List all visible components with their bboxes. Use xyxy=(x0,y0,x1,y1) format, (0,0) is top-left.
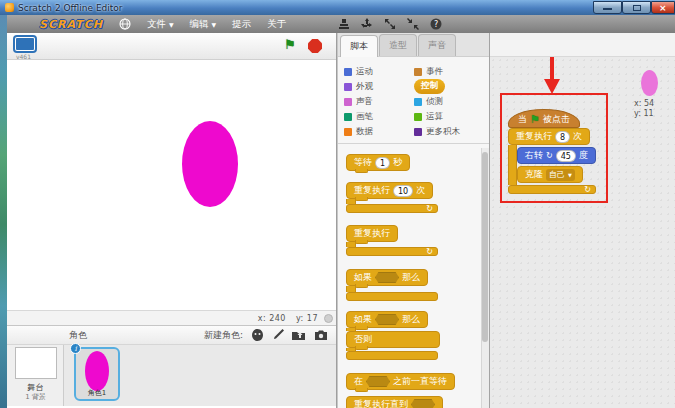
block-if-else[interactable]: 如果那么 否则 xyxy=(346,311,440,360)
clone-target-dropdown[interactable]: 自己 ▼ xyxy=(546,169,575,181)
script-stack: 当 ⚑ 被点击 重复执行8次 右转 ↻ 45 度 xyxy=(508,109,596,194)
stage-footer: x: 240 y: 17 xyxy=(7,310,336,325)
repeat-times-input[interactable]: 10 xyxy=(393,185,413,197)
sprite-thumbnail xyxy=(85,351,109,391)
more-blocks-swatch xyxy=(414,128,422,136)
pen-swatch xyxy=(344,113,352,121)
menu-tips[interactable]: 提示 xyxy=(232,18,251,31)
duplicate-stamp-icon[interactable] xyxy=(338,18,350,30)
menu-about[interactable]: 关于 xyxy=(267,18,286,31)
loop-arrow-icon: ↻ xyxy=(426,205,433,213)
category-pen[interactable]: 画笔 xyxy=(344,109,414,124)
minimize-button[interactable] xyxy=(593,1,622,14)
category-list: 运动 事件 外观 控制 声音 侦测 画笔 运算 数据 更多积木 xyxy=(338,57,489,144)
sprite-card-sprite1[interactable]: i 角色1 xyxy=(74,347,120,401)
turn-degrees-input[interactable]: 45 xyxy=(556,150,576,162)
sprite-info-icon[interactable]: i xyxy=(70,343,81,354)
window-title: Scratch 2 Offline Editor xyxy=(18,3,123,13)
category-looks[interactable]: 外观 xyxy=(344,79,414,94)
close-button[interactable]: × xyxy=(651,1,675,14)
boolean-slot[interactable] xyxy=(366,376,390,387)
category-sensing[interactable]: 侦测 xyxy=(414,94,490,109)
block-repeat-until[interactable]: 重复执行直到 ↻ xyxy=(346,396,443,408)
block-help-icon[interactable]: ? xyxy=(430,18,442,30)
app-icon xyxy=(5,3,14,12)
motion-swatch xyxy=(344,68,352,76)
stop-button[interactable] xyxy=(308,39,322,53)
scratch-logo: SCRATCH xyxy=(39,18,103,31)
sprites-list: 舞台 1 背景 i 角色1 xyxy=(7,345,336,406)
repeat-times-input[interactable]: 8 xyxy=(555,131,570,143)
shrink-sprite-icon[interactable] xyxy=(407,18,419,30)
sprites-title: 角色 xyxy=(69,329,87,342)
version-label: v461 xyxy=(16,53,31,60)
category-events[interactable]: 事件 xyxy=(414,64,490,79)
scripts-panel: x: 54 y: 11 当 ⚑ 被点击 重复执行8次 右转 ↻ xyxy=(490,33,675,408)
block-if[interactable]: 如果那么 xyxy=(346,269,438,301)
turn-clockwise-icon: ↻ xyxy=(546,152,553,160)
category-control[interactable]: 控制 xyxy=(414,79,490,94)
upload-sprite-icon[interactable] xyxy=(292,329,306,341)
scripts-top-band xyxy=(490,33,675,57)
loop-arrow-icon: ↻ xyxy=(426,248,433,256)
chevron-down-icon: ▼ xyxy=(212,21,217,28)
category-sound[interactable]: 声音 xyxy=(344,94,414,109)
stage-thumbnail[interactable] xyxy=(15,347,57,379)
mouse-x-readout: x: 240 xyxy=(258,314,286,323)
block-when-flag-clicked[interactable]: 当 ⚑ 被点击 xyxy=(508,109,580,128)
boolean-slot[interactable] xyxy=(375,314,399,325)
block-turn-right-45[interactable]: 右转 ↻ 45 度 xyxy=(517,147,596,164)
green-flag-button[interactable]: ⚑ xyxy=(284,37,296,52)
paint-new-sprite-icon[interactable] xyxy=(272,329,284,341)
chevron-down-icon: ▼ xyxy=(169,21,174,28)
sprite-y-readout: y: 11 xyxy=(634,109,654,118)
sprite-name: 角色1 xyxy=(76,388,118,398)
blocks-palette-panel: 脚本 造型 声音 运动 事件 外观 控制 声音 侦测 画笔 运算 数据 更多积木… xyxy=(337,33,490,408)
control-selected-pill: 控制 xyxy=(414,79,445,94)
palette-scrollbar-thumb[interactable] xyxy=(482,152,488,342)
mouse-y-readout: y: 17 xyxy=(296,314,318,323)
boolean-slot[interactable] xyxy=(411,399,435,408)
delete-icon[interactable] xyxy=(361,18,373,30)
wait-secs-input[interactable]: 1 xyxy=(375,157,390,169)
block-repeat[interactable]: 重复执行10次 ↻ xyxy=(346,182,438,213)
loop-arrow-icon: ↻ xyxy=(584,186,591,194)
block-repeat-8[interactable]: 重复执行8次 右转 ↻ 45 度 克隆 自己 xyxy=(508,128,596,194)
block-forever[interactable]: 重复执行 ↻ xyxy=(346,225,438,256)
language-globe-icon[interactable] xyxy=(119,18,131,30)
sensing-swatch xyxy=(414,98,422,106)
menu-file[interactable]: 文件▼ xyxy=(147,18,174,31)
new-sprite-library-icon[interactable] xyxy=(251,329,264,341)
backdrop-count: 1 背景 xyxy=(7,392,64,402)
boolean-slot[interactable] xyxy=(375,272,399,283)
category-operators[interactable]: 运算 xyxy=(414,109,490,124)
camera-sprite-icon[interactable] xyxy=(314,330,328,341)
menu-bar: SCRATCH 文件▼ 编辑▼ 提示 关于 ? xyxy=(7,15,675,33)
menu-edit[interactable]: 编辑▼ xyxy=(190,18,217,31)
block-wait-until[interactable]: 在之前一直等待 xyxy=(346,373,455,390)
block-wait[interactable]: 等待1秒 xyxy=(346,154,410,171)
stage-panel: v461 ⚑ x: 240 y: 17 角色 新建角色: 舞台 xyxy=(7,33,337,408)
green-flag-icon: ⚑ xyxy=(530,114,540,125)
stage-column: 舞台 1 背景 xyxy=(7,345,64,406)
tab-costumes[interactable]: 造型 xyxy=(379,34,417,56)
chevron-down-icon: ▼ xyxy=(568,172,572,178)
category-more-blocks[interactable]: 更多积木 xyxy=(414,124,490,139)
data-swatch xyxy=(344,128,352,136)
close-icon: × xyxy=(659,3,667,13)
stage-sprite-ellipse[interactable] xyxy=(182,121,238,207)
stage-canvas[interactable] xyxy=(7,60,336,310)
category-data[interactable]: 数据 xyxy=(344,124,414,139)
tab-scripts[interactable]: 脚本 xyxy=(340,35,378,57)
tabs-row: 脚本 造型 声音 xyxy=(338,33,489,57)
category-motion[interactable]: 运动 xyxy=(344,64,414,79)
fullscreen-icon[interactable] xyxy=(15,37,35,51)
sprite-preview-ellipse xyxy=(641,70,658,96)
maximize-button[interactable] xyxy=(622,1,651,14)
tab-sounds[interactable]: 声音 xyxy=(418,34,456,56)
grow-sprite-icon[interactable] xyxy=(384,18,396,30)
sprite-x-readout: x: 54 xyxy=(634,99,654,108)
svg-text:?: ? xyxy=(434,20,438,29)
palette-scrollbar[interactable] xyxy=(481,148,489,408)
block-clone-myself[interactable]: 克隆 自己 ▼ xyxy=(517,166,583,183)
